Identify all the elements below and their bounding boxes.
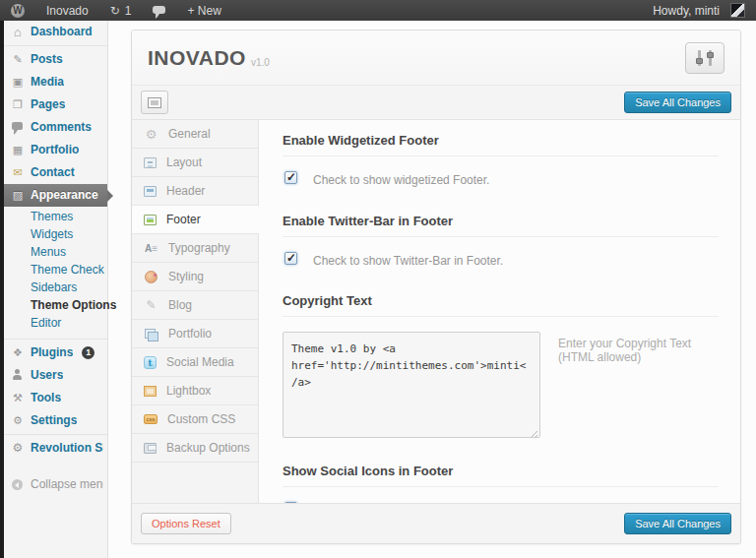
tab-typography[interactable]: Typography	[132, 234, 258, 263]
general-gear-icon	[144, 128, 158, 141]
twitter-bar-checkbox[interactable]	[284, 252, 297, 265]
section-heading: Copyright Text	[283, 293, 719, 317]
screen-options-button[interactable]	[141, 91, 168, 114]
sidebar-item-revolution-slider[interactable]: Revolution Slider	[4, 437, 107, 460]
update-count: 1	[125, 4, 132, 18]
appearance-submenu: Themes Widgets Menus Theme Check Sidebar…	[4, 207, 107, 337]
site-name: Inovado	[46, 4, 89, 18]
backup-disk-icon	[144, 443, 157, 454]
slider-glyph	[709, 50, 712, 66]
sidebar-item-posts[interactable]: Posts	[4, 48, 107, 71]
submenu-item-widgets[interactable]: Widgets	[4, 225, 107, 243]
sidebar-item-appearance[interactable]: Appearance	[4, 184, 107, 207]
new-content-button[interactable]: + New	[176, 0, 231, 21]
comments-indicator[interactable]	[142, 0, 176, 21]
howdy-text: Howdy, minti	[653, 4, 720, 18]
appearance-icon	[11, 189, 25, 202]
account-menu[interactable]: Howdy, minti	[642, 0, 756, 21]
layout-icon	[144, 157, 157, 168]
portfolio-icon	[11, 144, 25, 156]
tab-header[interactable]: Header	[132, 177, 258, 206]
tab-styling[interactable]: Styling	[132, 263, 258, 291]
comment-bubble-icon	[153, 5, 165, 17]
update-icon	[110, 4, 120, 18]
admin-sidebar: Dashboard Posts Media Pages Comments Por…	[4, 21, 108, 558]
blog-pencil-icon	[144, 299, 158, 312]
panel-version: v1.0	[251, 57, 270, 68]
settings-icon	[11, 414, 25, 427]
posts-icon	[11, 53, 25, 66]
tab-blog[interactable]: Blog	[132, 291, 258, 320]
theme-options-sliders-icon	[685, 42, 724, 74]
social-icons-checkbox[interactable]	[284, 502, 297, 503]
sidebar-item-users[interactable]: Users	[4, 364, 107, 387]
section-twitter-bar: Enable Twitter-Bar in Footer Check to sh…	[283, 214, 719, 271]
tab-portfolio[interactable]: Portfolio	[132, 320, 258, 348]
widgetized-footer-checkbox[interactable]	[284, 171, 297, 184]
save-all-changes-button-bottom[interactable]: Save All Changes	[624, 513, 731, 534]
submenu-item-sidebars[interactable]: Sidebars	[4, 279, 107, 296]
tab-custom-css[interactable]: Custom CSS	[132, 405, 258, 434]
sidebar-item-contact[interactable]: Contact	[4, 161, 107, 184]
section-heading: Show Social Icons in Footer	[283, 464, 719, 487]
submenu-item-menus[interactable]: Menus	[4, 243, 107, 261]
tools-icon	[11, 392, 25, 404]
submenu-item-theme-check[interactable]: Theme Check	[4, 261, 107, 279]
section-widgetized-footer: Enable Widgetized Footer Check to show w…	[283, 133, 719, 190]
sidebar-item-tools[interactable]: Tools	[4, 387, 107, 409]
sidebar-item-media[interactable]: Media	[4, 71, 107, 93]
section-copyright-text: Copyright Text Theme v1.0 by <a href='ht…	[283, 293, 719, 442]
options-tab-list: General Layout Header Footer Typography …	[132, 120, 259, 503]
sidebar-separator	[4, 339, 107, 340]
save-all-changes-button-top[interactable]: Save All Changes	[624, 92, 731, 113]
comments-icon	[11, 121, 25, 134]
tab-layout[interactable]: Layout	[132, 149, 258, 177]
styling-palette-icon	[144, 271, 158, 283]
submenu-item-themes[interactable]: Themes	[4, 208, 107, 225]
twitter-bar-checkbox-label: Check to show Twitter-Bar in Footer.	[313, 252, 503, 271]
submenu-item-editor[interactable]: Editor	[4, 314, 107, 332]
admin-content-area: INOVADO v1.0 Save All Changes General La…	[108, 21, 756, 558]
tab-footer[interactable]: Footer	[132, 206, 259, 234]
slider-glyph	[698, 50, 701, 66]
tab-general[interactable]: General	[132, 120, 258, 149]
sidebar-item-dashboard[interactable]: Dashboard	[4, 21, 107, 43]
dashboard-icon	[11, 26, 25, 38]
typography-icon	[144, 242, 158, 255]
tab-backup-options[interactable]: Backup Options	[132, 434, 258, 463]
portfolio-stack-icon	[144, 328, 158, 341]
collapse-arrow-icon	[11, 478, 25, 491]
lightbox-frame-icon	[144, 386, 157, 397]
contact-icon	[11, 166, 25, 179]
tab-social-media[interactable]: Social Media	[132, 348, 258, 377]
sidebar-item-plugins[interactable]: Plugins1	[4, 341, 107, 364]
options-reset-button[interactable]: Options Reset	[141, 513, 231, 534]
wordpress-menu[interactable]: W	[0, 0, 35, 21]
updates-indicator[interactable]: 1	[99, 0, 143, 21]
footer-icon	[144, 215, 157, 225]
sidebar-item-portfolio[interactable]: Portfolio	[4, 139, 107, 161]
sidebar-item-settings[interactable]: Settings	[4, 409, 107, 432]
collapse-menu-button[interactable]: Collapse menu	[4, 473, 107, 496]
plugins-icon	[11, 346, 25, 359]
plugins-badge: 1	[82, 346, 94, 359]
copyright-hint: Enter your Copyright Text (HTML allowed)	[558, 332, 719, 364]
submenu-item-theme-options[interactable]: Theme Options	[4, 296, 107, 314]
sidebar-item-comments[interactable]: Comments	[4, 116, 107, 139]
header-icon	[144, 186, 157, 197]
tab-lightbox[interactable]: Lightbox	[132, 377, 258, 405]
site-name-link[interactable]: Inovado	[35, 0, 99, 21]
section-heading: Enable Twitter-Bar in Footer	[283, 214, 719, 237]
screen-icon	[148, 97, 161, 108]
section-social-icons: Show Social Icons in Footer Check to sho…	[283, 464, 719, 503]
footer-options-pane: Enable Widgetized Footer Check to show w…	[259, 120, 740, 503]
panel-header: INOVADO v1.0	[132, 31, 740, 86]
panel-title: INOVADO	[148, 46, 246, 70]
sidebar-item-pages[interactable]: Pages	[4, 93, 107, 116]
copyright-textarea[interactable]: Theme v1.0 by <a href='http://mintitheme…	[283, 332, 540, 438]
pages-icon	[11, 98, 25, 111]
panel-footer: Options Reset Save All Changes	[132, 503, 740, 543]
theme-options-panel: INOVADO v1.0 Save All Changes General La…	[131, 30, 741, 544]
section-heading: Enable Widgetized Footer	[283, 133, 719, 156]
panel-body: General Layout Header Footer Typography …	[132, 120, 740, 503]
